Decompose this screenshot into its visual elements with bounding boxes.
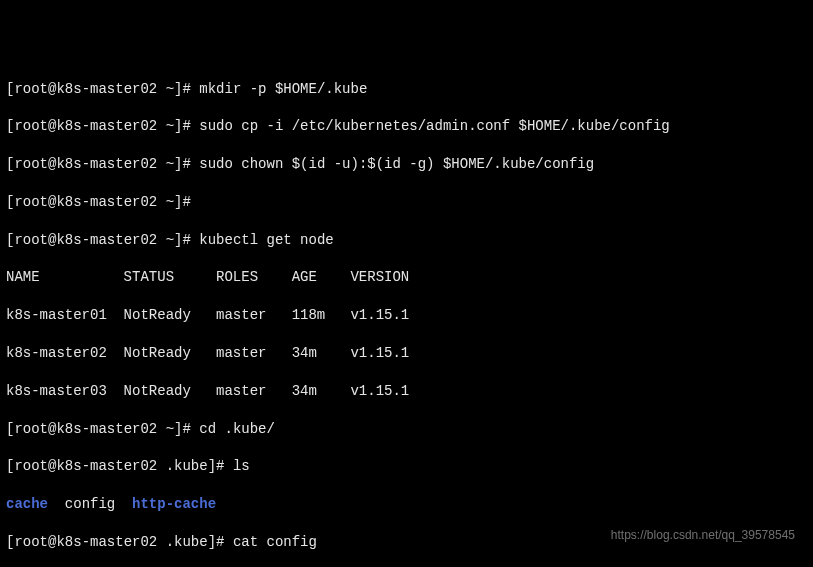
cmd-ls: ls [233,458,250,474]
cmd-chown: sudo chown $(id -u):$(id -g) $HOME/.kube… [199,156,594,172]
ls-output: cache config http-cache [6,495,807,514]
file-config: config [65,496,115,512]
cwd-kube: .kube [166,458,208,474]
cwd: ~ [166,81,174,97]
prompt-line-ls: [root@k8s-master02 .kube]# ls [6,457,807,476]
prompt-line-mkdir: [root@k8s-master02 ~]# mkdir -p $HOME/.k… [6,80,807,99]
cmd-cat: cat config [233,534,317,550]
cmd-mkdir: mkdir -p $HOME/.kube [199,81,367,97]
dir-cache: cache [6,496,48,512]
dir-http-cache: http-cache [132,496,216,512]
prompt-line-getnode: [root@k8s-master02 ~]# kubectl get node [6,231,807,250]
prompt-line-cp: [root@k8s-master02 ~]# sudo cp -i /etc/k… [6,117,807,136]
cmd-getnode: kubectl get node [199,232,333,248]
prompt-line-empty: [root@k8s-master02 ~]# [6,193,807,212]
cmd-cp: sudo cp -i /etc/kubernetes/admin.conf $H… [199,118,669,134]
node-row-2: k8s-master03 NotReady master 34m v1.15.1 [6,382,807,401]
cmd-cd: cd .kube/ [199,421,275,437]
node-header: NAME STATUS ROLES AGE VERSION [6,268,807,287]
node-row-0: k8s-master01 NotReady master 118m v1.15.… [6,306,807,325]
prompt-line-chown: [root@k8s-master02 ~]# sudo chown $(id -… [6,155,807,174]
watermark: https://blog.csdn.net/qq_39578545 [611,527,795,543]
node-row-1: k8s-master02 NotReady master 34m v1.15.1 [6,344,807,363]
host: k8s-master02 [56,81,157,97]
prompt-line-cd: [root@k8s-master02 ~]# cd .kube/ [6,420,807,439]
